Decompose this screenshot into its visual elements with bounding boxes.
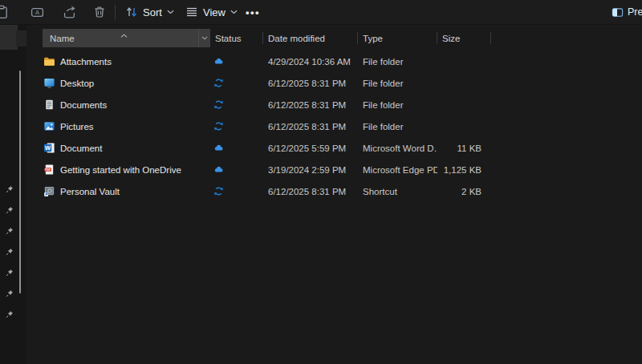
file-date-modified: 3/19/2024 2:59 PM	[263, 159, 358, 180]
file-name: Personal Vault	[60, 187, 120, 196]
cloud-status-icon	[213, 56, 224, 67]
vault-icon	[43, 185, 55, 197]
file-row[interactable]: Pictures 6/12/2025 8:31 PM File folder	[32, 115, 514, 137]
preview-label: Pre	[628, 6, 642, 18]
file-list: Attachments 4/29/2024 10:36 AM File fold…	[32, 51, 514, 202]
file-type: File folder	[358, 115, 437, 137]
pictures-icon	[43, 120, 55, 132]
file-row[interactable]: Documents 6/12/2025 8:31 PM File folder	[32, 94, 514, 115]
file-row[interactable]: W Document 6/12/2025 5:59 PM Microsoft W…	[32, 137, 514, 159]
file-type: File folder	[358, 94, 437, 115]
column-header-type[interactable]: Type	[358, 29, 437, 47]
see-more-button[interactable]: •••	[246, 0, 260, 24]
file-type: Shortcut	[358, 180, 437, 202]
pin-icon[interactable]	[5, 184, 14, 194]
word-icon: W	[43, 142, 55, 154]
pdf-icon: PDF	[43, 164, 55, 176]
file-row[interactable]: PDF Getting started with OneDrive 3/19/2…	[32, 159, 514, 180]
ellipsis-icon: •••	[246, 6, 260, 18]
file-date-modified: 6/12/2025 8:31 PM	[263, 115, 358, 137]
rename-icon: A	[30, 6, 44, 19]
file-size	[437, 72, 483, 94]
view-label: View	[203, 6, 226, 18]
toolbar-separator	[115, 5, 116, 19]
paste-icon	[0, 5, 9, 19]
header-separator	[490, 32, 491, 44]
nav-item-remnant	[0, 25, 18, 50]
file-row[interactable]: Personal Vault 6/12/2025 8:31 PM Shortcu…	[32, 180, 514, 202]
trash-icon	[93, 6, 106, 18]
header-separator	[437, 32, 437, 44]
file-name: Attachments	[60, 57, 112, 67]
file-name: Documents	[60, 100, 107, 110]
file-type: File folder	[358, 51, 437, 72]
sync-status-icon	[213, 186, 224, 196]
share-button[interactable]	[63, 0, 76, 24]
file-list-pane: Name Status Date modified Type Size Atta…	[26, 25, 642, 364]
nav-pane-strip	[0, 25, 26, 364]
file-size	[437, 94, 483, 115]
column-header-size[interactable]: Size	[437, 29, 491, 47]
preview-pane-icon	[612, 6, 624, 18]
documents-icon	[43, 99, 55, 111]
cloud-status-icon	[213, 143, 224, 153]
view-lines-icon	[185, 6, 198, 18]
file-name: Getting started with OneDrive	[60, 165, 181, 175]
column-header-date-modified[interactable]: Date modified	[263, 29, 358, 47]
pin-column	[5, 184, 14, 319]
svg-text:W: W	[45, 144, 51, 152]
paste-button[interactable]	[0, 0, 9, 24]
name-header-dropdown[interactable]	[198, 29, 209, 47]
file-date-modified: 6/12/2025 8:31 PM	[263, 72, 358, 94]
file-date-modified: 4/29/2024 10:36 AM	[263, 51, 358, 72]
file-type: File folder	[358, 72, 437, 94]
file-row[interactable]: Attachments 4/29/2024 10:36 AM File fold…	[32, 51, 514, 72]
sync-status-icon	[213, 99, 224, 110]
column-header-size-label: Size	[442, 34, 460, 43]
desktop-icon	[43, 77, 55, 89]
preview-button[interactable]: Pre	[612, 0, 642, 24]
pin-icon[interactable]	[5, 247, 14, 257]
header-separator	[357, 32, 358, 44]
column-header-status-label: Status	[215, 34, 242, 43]
sort-button[interactable]: Sort	[125, 0, 174, 24]
column-header-name-label: Name	[50, 34, 75, 43]
file-size	[437, 51, 483, 72]
file-size: 11 KB	[437, 137, 483, 159]
nav-scrollbar[interactable]	[19, 71, 21, 293]
pin-icon[interactable]	[5, 309, 14, 319]
pin-icon[interactable]	[5, 289, 14, 298]
file-explorer-window: A Sort View ••• Pre	[0, 0, 642, 364]
file-type: Microsoft Edge PD…	[358, 159, 437, 180]
file-name: Pictures	[60, 122, 94, 131]
folder-icon	[43, 55, 55, 67]
column-header-status[interactable]: Status	[210, 29, 263, 47]
file-row[interactable]: Desktop 6/12/2025 8:31 PM File folder	[32, 72, 514, 94]
chevron-down-icon	[230, 10, 238, 14]
column-header-type-label: Type	[363, 34, 383, 43]
column-header-date-label: Date modified	[268, 34, 325, 43]
file-date-modified: 6/12/2025 5:59 PM	[263, 137, 358, 159]
sync-status-icon	[213, 121, 224, 131]
sort-ascending-icon	[120, 30, 128, 39]
pin-icon[interactable]	[5, 226, 14, 236]
sync-status-icon	[213, 78, 224, 88]
file-type: Microsoft Word D…	[358, 137, 437, 159]
sort-label: Sort	[143, 6, 162, 18]
chevron-down-icon	[167, 10, 174, 14]
rename-button[interactable]: A	[30, 0, 44, 24]
sort-arrows-icon	[125, 6, 138, 18]
file-name: Document	[60, 144, 102, 153]
svg-text:PDF: PDF	[45, 168, 51, 172]
delete-button[interactable]	[93, 0, 106, 24]
file-name: Desktop	[60, 79, 94, 88]
svg-text:A: A	[35, 9, 39, 16]
pin-icon[interactable]	[5, 268, 14, 277]
file-size: 2 KB	[437, 180, 483, 202]
pin-icon[interactable]	[5, 205, 14, 215]
file-size: 1,125 KB	[437, 159, 483, 180]
toolbar: A Sort View ••• Pre	[0, 0, 642, 25]
header-separator	[262, 32, 263, 44]
column-header-name[interactable]: Name	[43, 29, 210, 47]
view-button[interactable]: View	[185, 0, 238, 24]
